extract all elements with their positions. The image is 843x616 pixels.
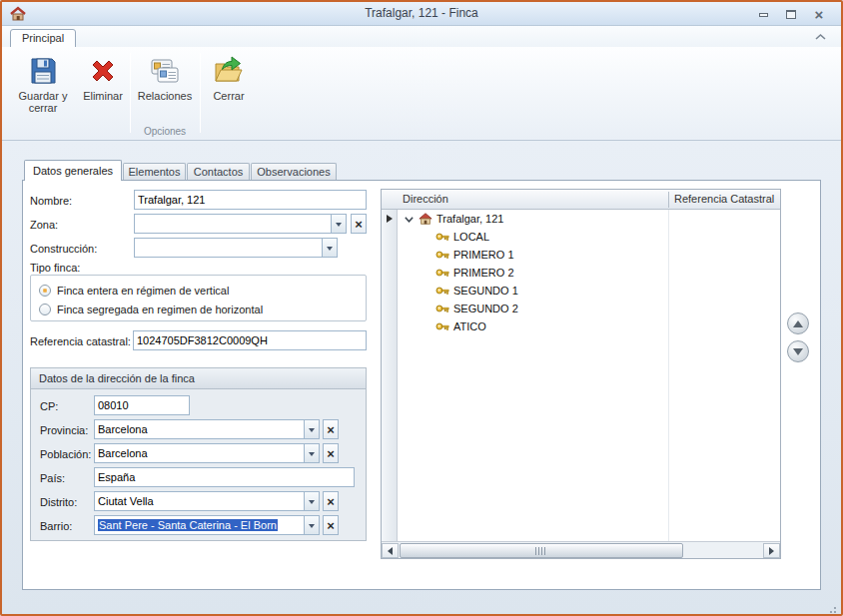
tree-row[interactable]: ATICO [399,317,780,335]
chevron-expanded-icon[interactable] [404,214,415,225]
scroll-left-button[interactable] [382,543,399,558]
save-icon [27,55,59,87]
chevron-down-icon [309,500,315,507]
provincia-combo[interactable]: Barcelona [94,419,320,439]
poblacion-label: Población: [40,448,91,460]
distrito-label: Distrito: [40,496,77,508]
column-header-direccion[interactable]: Dirección [399,190,666,209]
tree-row[interactable]: SEGUNDO 1 [399,282,780,300]
direccion-tree-grid: Dirección Referencia Catastral Trafalgar… [381,189,781,559]
barrio-label: Barrio: [40,520,72,532]
referencia-catastral-input[interactable] [133,330,367,350]
close-button[interactable]: × [807,7,831,22]
barrio-dropdown-button[interactable] [304,516,319,534]
distrito-combo[interactable]: Ciutat Vella [94,491,320,511]
clear-x-icon: × [327,494,335,509]
arrow-left-icon [384,547,393,555]
key-icon [435,230,449,244]
tree-row[interactable]: PRIMERO 2 [399,264,780,282]
provincia-value: Barcelona [95,420,304,438]
tree-row-label: SEGUNDO 1 [453,285,518,297]
distrito-value: Ciutat Vella [95,492,304,510]
zona-combo[interactable] [134,214,347,234]
poblacion-combo[interactable]: Barcelona [94,443,320,463]
save-and-close-button[interactable]: Guardar y cerrar [14,51,72,123]
arrow-down-icon [793,348,803,360]
tab-datos-generales[interactable]: Datos generales [24,160,122,181]
ribbon-tab-principal[interactable]: Principal [10,29,76,48]
save-and-close-label: Guardar y cerrar [14,90,72,114]
tree-row[interactable]: PRIMERO 1 [399,246,780,264]
pais-input[interactable] [94,467,355,487]
ribbon-collapse-icon[interactable] [814,33,827,41]
distrito-clear-button[interactable]: × [323,491,339,511]
barrio-clear-button[interactable]: × [323,515,339,535]
chevron-down-icon [309,452,315,459]
provincia-dropdown-button[interactable] [304,420,319,438]
radio-selected-icon [39,285,51,297]
construccion-dropdown-button[interactable] [322,239,337,257]
minimize-button[interactable] [751,7,775,22]
tree-row-label: SEGUNDO 2 [453,303,518,314]
scroll-right-button[interactable] [763,543,780,558]
direccion-group-title: Datos de la dirección de la finca [31,368,366,389]
horizontal-scrollbar[interactable] [382,541,780,558]
poblacion-value: Barcelona [95,444,304,462]
radio-unselected-icon [39,304,51,315]
chevron-down-icon [327,247,333,254]
zona-dropdown-button[interactable] [331,215,346,233]
column-divider[interactable] [668,192,669,208]
radio-finca-vertical-label: Finca entera en régimen de vertical [57,285,229,297]
row-indicator-column [382,210,398,541]
arrow-up-icon [793,315,803,327]
window-title: Trafalgar, 121 - Finca [2,2,841,25]
grid-header: Dirección Referencia Catastral [382,190,780,210]
nombre-input[interactable] [134,190,367,210]
tab-contactos[interactable]: Contactos [187,163,250,180]
tab-observaciones[interactable]: Observaciones [251,163,337,180]
poblacion-dropdown-button[interactable] [304,444,319,462]
tipo-finca-label: Tipo finca: [30,262,80,274]
ribbon-tab-row: Principal [2,26,841,47]
poblacion-clear-button[interactable]: × [323,443,339,463]
radio-finca-vertical[interactable]: Finca entera en régimen de vertical [39,284,360,298]
clear-x-icon: × [327,518,335,533]
barrio-combo[interactable]: Sant Pere - Santa Caterina - El Born [94,515,320,535]
key-icon [435,266,449,280]
key-icon [435,248,449,262]
scrollbar-thumb[interactable] [400,543,683,558]
radio-finca-horizontal[interactable]: Finca segregada en regimen de horizontal [39,303,360,316]
zona-value [135,215,331,233]
delete-x-icon [87,55,119,87]
application-window: Trafalgar, 121 - Finca × Principal [0,0,843,616]
cp-label: CP: [40,400,58,412]
referencia-catastral-label: Referencia catastral: [30,335,131,347]
nombre-label: Nombre: [30,195,72,207]
cp-input[interactable] [94,395,190,415]
move-down-button[interactable] [787,340,809,362]
tab-elementos[interactable]: Elementos [123,163,186,180]
distrito-dropdown-button[interactable] [304,492,319,510]
close-form-button[interactable]: Cerrar [204,51,254,123]
tree-row[interactable]: LOCAL [399,228,780,246]
relations-button[interactable]: Relaciones [134,51,196,123]
title-bar[interactable]: Trafalgar, 121 - Finca × [2,2,841,26]
key-icon [435,319,449,333]
tree-row-label: PRIMERO 2 [453,267,514,279]
resize-grip[interactable] [834,607,836,609]
maximize-button[interactable] [779,7,803,22]
delete-button[interactable]: Eliminar [78,51,128,123]
ribbon-group-caption: Opciones [134,126,196,137]
move-up-button[interactable] [787,312,809,334]
chevron-down-icon [309,428,315,435]
zona-clear-button[interactable]: × [351,214,367,234]
tree-row[interactable]: SEGUNDO 2 [399,300,780,317]
building-icon [419,212,432,226]
provincia-clear-button[interactable]: × [323,419,339,439]
construccion-combo[interactable] [134,238,338,258]
tree-row-label: Trafalgar, 121 [436,213,503,225]
maximize-icon [786,10,796,19]
tree-row-root[interactable]: Trafalgar, 121 [399,210,780,228]
column-header-referencia[interactable]: Referencia Catastral [670,190,780,209]
ribbon-group-divider [130,53,131,133]
